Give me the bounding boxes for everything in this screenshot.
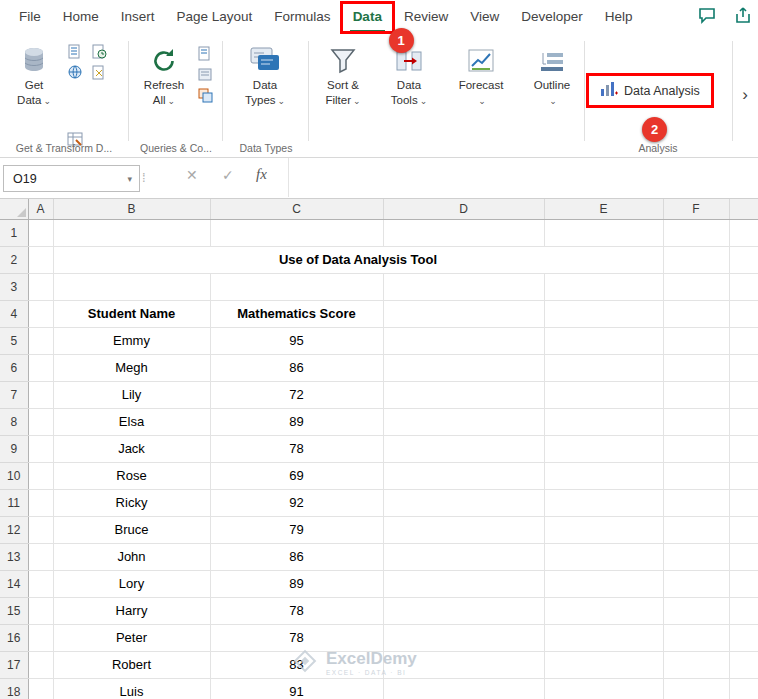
column-header-f[interactable]: F — [663, 199, 729, 219]
cell[interactable] — [544, 543, 663, 570]
cell-score[interactable]: 83 — [210, 651, 383, 678]
row-header[interactable]: 18 — [0, 678, 28, 699]
table-header-mathematics-score[interactable]: Mathematics Score — [210, 300, 383, 327]
cell[interactable] — [663, 570, 729, 597]
cell[interactable] — [28, 678, 53, 699]
cell[interactable] — [729, 597, 758, 624]
share-icon[interactable] — [734, 6, 752, 28]
data-tools-button[interactable]: Data Tools⌄ — [382, 41, 436, 108]
cell[interactable] — [28, 219, 53, 246]
row-header[interactable]: 11 — [0, 489, 28, 516]
row-header[interactable]: 14 — [0, 570, 28, 597]
existing-connections-icon[interactable] — [90, 64, 108, 80]
cell[interactable] — [544, 408, 663, 435]
cell[interactable] — [28, 300, 53, 327]
cell[interactable] — [544, 489, 663, 516]
row-header[interactable]: 6 — [0, 354, 28, 381]
cell-score[interactable]: 92 — [210, 489, 383, 516]
row-header[interactable]: 2 — [0, 246, 28, 273]
cell-student-name[interactable]: Emmy — [53, 327, 210, 354]
forecast-button[interactable]: Forecast ⌄ — [450, 41, 512, 108]
cell[interactable] — [663, 354, 729, 381]
cell[interactable] — [383, 651, 544, 678]
cell[interactable] — [28, 408, 53, 435]
tab-page-layout[interactable]: Page Layout — [166, 0, 264, 33]
get-data-button[interactable]: Get Data⌄ — [8, 41, 60, 108]
cell[interactable] — [383, 408, 544, 435]
cell[interactable] — [28, 462, 53, 489]
cell[interactable] — [544, 354, 663, 381]
table-header-empty[interactable] — [383, 300, 544, 327]
cell[interactable] — [729, 246, 758, 273]
cell[interactable] — [729, 327, 758, 354]
from-text-csv-icon[interactable] — [66, 43, 84, 59]
cell[interactable] — [544, 381, 663, 408]
select-all-corner[interactable] — [0, 199, 28, 219]
cell[interactable] — [729, 651, 758, 678]
data-analysis-button[interactable]: Data Analysis — [590, 77, 710, 104]
properties-icon[interactable] — [196, 66, 214, 82]
cell[interactable] — [663, 219, 729, 246]
ribbon-collapse-chevron[interactable]: › — [742, 85, 748, 105]
cell-score[interactable]: 72 — [210, 381, 383, 408]
row-header[interactable]: 4 — [0, 300, 28, 327]
cell[interactable] — [210, 219, 383, 246]
cell[interactable] — [544, 219, 663, 246]
cell[interactable] — [53, 219, 210, 246]
cell[interactable] — [544, 516, 663, 543]
name-box-chevron-icon[interactable]: ▾ — [127, 174, 132, 184]
cell-score[interactable]: 91 — [210, 678, 383, 699]
cell[interactable] — [383, 462, 544, 489]
column-header-e[interactable]: E — [544, 199, 663, 219]
row-header[interactable]: 13 — [0, 543, 28, 570]
cell-student-name[interactable]: Jack — [53, 435, 210, 462]
cell-student-name[interactable]: Luis — [53, 678, 210, 699]
cell[interactable] — [663, 381, 729, 408]
row-header[interactable]: 8 — [0, 408, 28, 435]
outline-button[interactable]: Outline ⌄ — [524, 41, 580, 108]
tab-formulas[interactable]: Formulas — [263, 0, 341, 33]
cell[interactable] — [663, 408, 729, 435]
cell-student-name[interactable]: Rose — [53, 462, 210, 489]
formula-bar-handle[interactable]: ⁞ — [142, 170, 145, 185]
cell-student-name[interactable]: Ricky — [53, 489, 210, 516]
cell[interactable] — [28, 435, 53, 462]
cell[interactable] — [663, 516, 729, 543]
recent-sources-icon[interactable] — [90, 43, 108, 59]
column-header-c[interactable]: C — [210, 199, 383, 219]
cell[interactable] — [729, 381, 758, 408]
cell[interactable] — [383, 570, 544, 597]
cell-student-name[interactable]: Peter — [53, 624, 210, 651]
cell[interactable] — [729, 408, 758, 435]
cell-score[interactable]: 89 — [210, 570, 383, 597]
cell[interactable] — [28, 624, 53, 651]
cell[interactable] — [663, 273, 729, 300]
tab-developer[interactable]: Developer — [510, 0, 594, 33]
row-header[interactable]: 1 — [0, 219, 28, 246]
cell[interactable] — [663, 543, 729, 570]
cell[interactable] — [383, 435, 544, 462]
table-header-student-name[interactable]: Student Name — [53, 300, 210, 327]
cell[interactable] — [544, 570, 663, 597]
cell-score[interactable]: 69 — [210, 462, 383, 489]
cell[interactable] — [663, 246, 729, 273]
tab-insert[interactable]: Insert — [110, 0, 166, 33]
row-header[interactable]: 16 — [0, 624, 28, 651]
cell[interactable] — [383, 516, 544, 543]
cell[interactable] — [544, 435, 663, 462]
cell[interactable] — [663, 597, 729, 624]
cell[interactable] — [28, 246, 53, 273]
cancel-icon[interactable]: ✕ — [186, 167, 198, 183]
cell[interactable] — [663, 435, 729, 462]
cell[interactable] — [729, 300, 758, 327]
cell[interactable] — [729, 489, 758, 516]
cell[interactable] — [729, 462, 758, 489]
tab-data[interactable]: Data 1 — [342, 0, 393, 33]
from-web-icon[interactable] — [66, 64, 84, 80]
cell[interactable] — [28, 597, 53, 624]
cell[interactable] — [663, 300, 729, 327]
cell[interactable] — [544, 273, 663, 300]
row-header[interactable]: 10 — [0, 462, 28, 489]
cell[interactable] — [28, 543, 53, 570]
cell[interactable] — [729, 570, 758, 597]
